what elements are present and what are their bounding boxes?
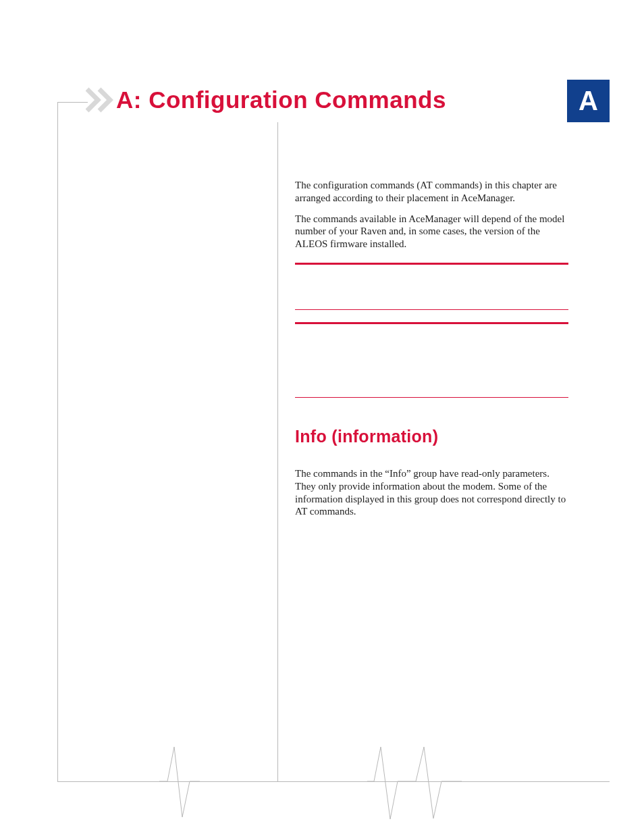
intro-paragraph-1: The configuration commands (AT commands)… — [295, 179, 568, 205]
section-paragraph-1: The commands in the “Info” group have re… — [295, 467, 568, 518]
rule-gap — [295, 324, 568, 397]
heartbeat-decoration-icon — [367, 741, 462, 823]
chapter-title: A: Configuration Commands — [116, 86, 446, 113]
intro-paragraph-2: The commands available in AceManager wil… — [295, 213, 568, 251]
section-heading: Info (information) — [295, 426, 568, 447]
section-rule-thin-2 — [295, 397, 568, 398]
heartbeat-decoration-icon — [159, 741, 200, 823]
page: A: Configuration Commands A The configur… — [0, 0, 644, 834]
divider-left-vertical — [57, 102, 58, 781]
divider-mid-vertical — [277, 122, 278, 781]
divider-bottom — [57, 781, 610, 782]
chevrons-icon — [86, 86, 115, 113]
appendix-badge: A — [567, 80, 610, 122]
rule-gap — [295, 265, 568, 309]
rule-gap — [295, 310, 568, 322]
main-content: The configuration commands (AT commands)… — [295, 179, 568, 526]
divider-top-left — [57, 102, 88, 103]
